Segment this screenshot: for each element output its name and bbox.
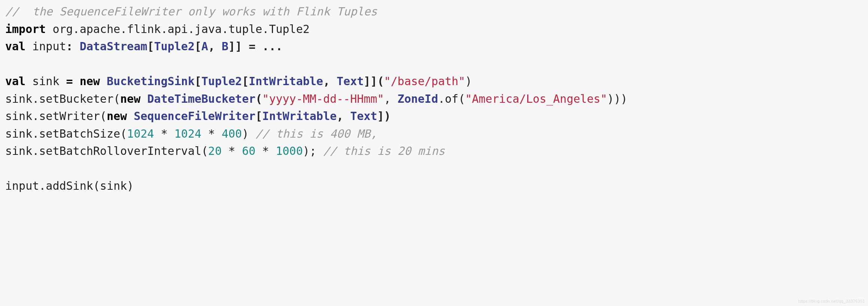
code-punct: ); bbox=[303, 144, 323, 158]
type-text: Text bbox=[337, 75, 364, 88]
code-text: * bbox=[255, 144, 276, 158]
code-punct: [ bbox=[147, 40, 154, 53]
number-literal: 1024 bbox=[174, 127, 201, 140]
code-punct: ]] = ... bbox=[228, 40, 283, 53]
code-text bbox=[100, 75, 107, 88]
code-text: input.addSink(sink) bbox=[5, 179, 134, 192]
code-text: org.apache.flink.api.java.tuple.Tuple2 bbox=[46, 22, 309, 36]
code-text: sink.setWriter( bbox=[5, 110, 107, 123]
code-punct: , bbox=[208, 40, 222, 53]
string-literal: "yyyy-MM-dd--HHmm" bbox=[262, 92, 384, 105]
number-literal: 60 bbox=[242, 144, 255, 158]
keyword-import: import bbox=[5, 22, 46, 36]
keyword-new: new bbox=[107, 110, 127, 123]
type-intwritable: IntWritable bbox=[249, 75, 323, 88]
operator-equals: = bbox=[66, 75, 73, 88]
keyword-val: val bbox=[5, 75, 25, 88]
code-punct: ) bbox=[242, 127, 255, 140]
type-text: Text bbox=[350, 110, 377, 123]
code-text: sink.setBucketer( bbox=[5, 92, 120, 105]
code-punct: ) bbox=[465, 75, 472, 88]
code-text: sink.setBatchRolloverInterval( bbox=[5, 144, 208, 158]
code-text: sink bbox=[25, 75, 66, 88]
code-text: * bbox=[201, 127, 222, 140]
code-text: sink.setBatchSize( bbox=[5, 127, 127, 140]
number-literal: 400 bbox=[222, 127, 242, 140]
keyword-new: new bbox=[80, 75, 100, 88]
code-punct: [ bbox=[195, 40, 201, 53]
number-literal: 1000 bbox=[276, 144, 303, 158]
code-comment: // the SequenceFileWriter only works wit… bbox=[5, 5, 377, 18]
code-text: * bbox=[222, 144, 242, 158]
code-punct: , bbox=[337, 110, 350, 123]
type-bucketingsink: BucketingSink bbox=[107, 75, 195, 88]
keyword-val: val bbox=[5, 40, 25, 53]
code-block: // the SequenceFileWriter only works wit… bbox=[0, 0, 868, 200]
code-punct: ( bbox=[255, 92, 262, 105]
code-punct: [ bbox=[242, 75, 249, 88]
code-punct: [ bbox=[195, 75, 201, 88]
code-text bbox=[127, 110, 134, 123]
code-comment: // this is 20 mins bbox=[323, 144, 445, 158]
code-punct: .of( bbox=[438, 92, 465, 105]
code-text bbox=[140, 92, 147, 105]
code-text: * bbox=[154, 127, 174, 140]
code-punct: ]) bbox=[377, 110, 391, 123]
code-comment: // this is 400 MB, bbox=[255, 127, 377, 140]
type-zoneid: ZoneId bbox=[398, 92, 438, 105]
string-literal: "America/Los_Angeles" bbox=[465, 92, 607, 105]
code-punct: : bbox=[66, 40, 80, 53]
keyword-new: new bbox=[120, 92, 140, 105]
type-sequencefilewriter: SequenceFileWriter bbox=[134, 110, 255, 123]
type-b: B bbox=[222, 40, 228, 53]
type-tuple2: Tuple2 bbox=[154, 40, 194, 53]
type-datetimebucketer: DateTimeBucketer bbox=[147, 92, 255, 105]
code-punct: ]]( bbox=[364, 75, 384, 88]
code-text bbox=[73, 75, 80, 88]
type-tuple2: Tuple2 bbox=[201, 75, 242, 88]
code-punct: , bbox=[323, 75, 337, 88]
code-punct: [ bbox=[255, 110, 262, 123]
code-punct: , bbox=[384, 92, 397, 105]
type-a: A bbox=[201, 40, 208, 53]
number-literal: 1024 bbox=[127, 127, 154, 140]
number-literal: 20 bbox=[208, 144, 222, 158]
type-intwritable: IntWritable bbox=[262, 110, 337, 123]
type-datastream: DataStream bbox=[80, 40, 148, 53]
code-punct: ))) bbox=[607, 92, 628, 105]
string-literal: "/base/path" bbox=[384, 75, 465, 88]
code-text: input bbox=[25, 40, 66, 53]
